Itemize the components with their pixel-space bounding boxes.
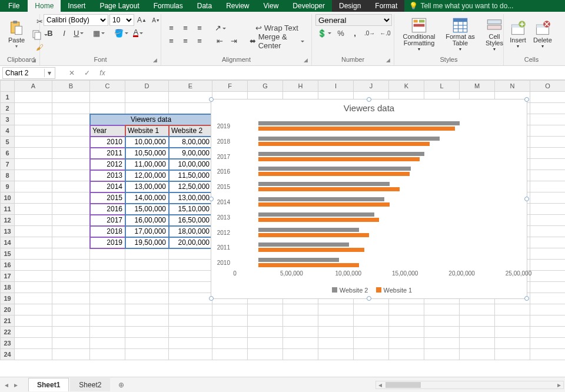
cell[interactable] (15, 282, 52, 293)
col-head-K[interactable]: K (389, 81, 424, 92)
cell[interactable] (212, 304, 248, 315)
cell[interactable] (495, 338, 530, 349)
cell[interactable]: 9,00,000 (169, 148, 212, 159)
col-head-N[interactable]: N (495, 81, 530, 92)
tab-developer[interactable]: Developer (285, 0, 332, 12)
cell[interactable]: 19,50,000 (125, 237, 169, 248)
cell[interactable] (125, 92, 169, 103)
align-center-button[interactable]: ≡ (179, 35, 192, 47)
chart-bar-website1[interactable] (258, 263, 359, 267)
col-head-O[interactable]: O (530, 81, 566, 92)
cell[interactable] (90, 327, 125, 338)
align-top-button[interactable]: ≡ (165, 22, 178, 34)
align-left-button[interactable]: ≡ (165, 35, 178, 47)
italic-button[interactable]: I (58, 27, 71, 39)
tab-page-layout[interactable]: Page Layout (92, 0, 146, 12)
cell[interactable] (460, 349, 495, 360)
cell[interactable]: 14,00,000 (125, 192, 169, 204)
cell[interactable]: 2011 (90, 148, 125, 159)
cell[interactable]: 2014 (90, 181, 125, 192)
cell[interactable] (52, 248, 90, 260)
row-head-19[interactable]: 19 (1, 293, 15, 304)
col-head-J[interactable]: J (354, 81, 389, 92)
cell[interactable] (90, 315, 125, 327)
cell[interactable] (15, 103, 52, 114)
cell[interactable] (90, 92, 125, 103)
row-head-2[interactable]: 2 (1, 103, 15, 114)
row-head-12[interactable]: 12 (1, 215, 15, 226)
cell[interactable] (389, 315, 424, 327)
alignment-dialog-launcher[interactable]: ◢ (302, 57, 309, 64)
cell[interactable]: Viewers data (90, 114, 212, 125)
cell[interactable] (15, 125, 52, 137)
cell[interactable] (460, 315, 495, 327)
cell[interactable] (460, 327, 495, 338)
col-head-M[interactable]: M (460, 81, 495, 92)
row-head-18[interactable]: 18 (1, 282, 15, 293)
col-head-B[interactable]: B (52, 81, 90, 92)
cell[interactable] (169, 92, 212, 103)
row-head-23[interactable]: 23 (1, 338, 15, 349)
cell[interactable] (460, 304, 495, 315)
sheet-tab-sheet2[interactable]: Sheet2 (70, 378, 110, 391)
col-head-H[interactable]: H (283, 81, 318, 92)
delete-cells-button[interactable]: Delete▾ (531, 19, 554, 50)
cancel-formula-button[interactable]: ✕ (66, 69, 78, 77)
cell[interactable]: 10,00,000 (169, 159, 212, 170)
borders-button[interactable]: ▦ (91, 27, 107, 39)
number-format-select[interactable]: General (315, 14, 392, 26)
cell[interactable] (52, 114, 90, 125)
new-sheet-button[interactable]: ⊕ (115, 378, 128, 391)
accounting-format-button[interactable]: 💲 (315, 27, 333, 39)
cell[interactable] (90, 103, 125, 114)
cell[interactable] (530, 204, 566, 215)
cell[interactable] (125, 103, 169, 114)
cell[interactable]: Website 1 (125, 125, 169, 137)
cell[interactable]: Website 2 (169, 125, 212, 137)
cell[interactable] (52, 125, 90, 137)
cell[interactable] (530, 327, 566, 338)
cell[interactable] (530, 215, 566, 226)
chart-bar-website1[interactable] (258, 157, 420, 161)
name-box[interactable] (3, 69, 44, 77)
cell[interactable] (354, 349, 389, 360)
cell[interactable] (125, 282, 169, 293)
cell[interactable] (52, 170, 90, 181)
cell[interactable]: 18,00,000 (169, 226, 212, 237)
cell[interactable]: 17,00,000 (125, 226, 169, 237)
cell[interactable] (125, 260, 169, 271)
cell[interactable] (52, 293, 90, 304)
paste-button[interactable]: Paste ▾ (6, 19, 27, 50)
cell[interactable] (212, 327, 248, 338)
row-head-6[interactable]: 6 (1, 148, 15, 159)
cell[interactable] (530, 304, 566, 315)
accept-formula-button[interactable]: ✓ (81, 69, 93, 77)
cell[interactable] (125, 315, 169, 327)
chart-bar-website2[interactable] (258, 167, 411, 171)
col-head-A[interactable]: A (15, 81, 52, 92)
chart-bar-website1[interactable] (258, 218, 379, 222)
cell[interactable] (52, 204, 90, 215)
row-head-14[interactable]: 14 (1, 237, 15, 248)
cell[interactable] (90, 271, 125, 282)
row-head-5[interactable]: 5 (1, 137, 15, 148)
tab-home[interactable]: Home (28, 0, 61, 12)
cell[interactable] (318, 327, 354, 338)
cell[interactable] (15, 271, 52, 282)
chart-bar-website1[interactable] (258, 202, 390, 207)
cell[interactable]: 16,50,000 (169, 215, 212, 226)
cell[interactable]: 15,10,000 (169, 204, 212, 215)
cell[interactable]: 2017 (90, 215, 125, 226)
cell[interactable] (495, 349, 530, 360)
font-size-select[interactable]: 10 (109, 14, 134, 26)
percent-button[interactable]: % (334, 27, 347, 39)
font-color-button[interactable]: A (131, 27, 145, 39)
insert-function-button[interactable]: fx (97, 69, 108, 77)
chart-bar-website1[interactable] (258, 172, 410, 176)
chart-legend[interactable]: Website 2 Website 1 (211, 287, 527, 294)
row-head-24[interactable]: 24 (1, 349, 15, 360)
cell[interactable] (424, 327, 460, 338)
cell[interactable]: 2015 (90, 192, 125, 204)
cell[interactable]: 11,50,000 (169, 170, 212, 181)
cell[interactable] (90, 282, 125, 293)
